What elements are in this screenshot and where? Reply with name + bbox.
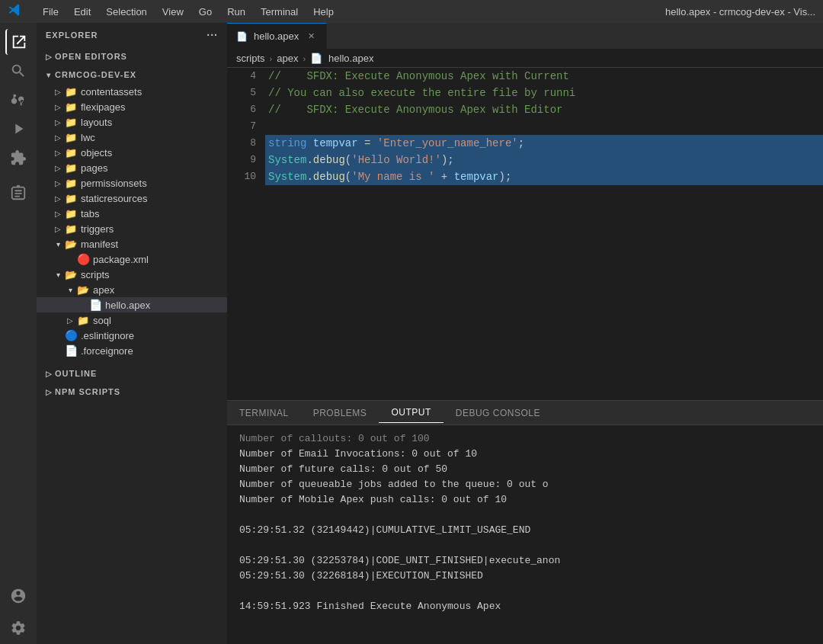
breadcrumb-scripts[interactable]: scripts — [236, 53, 265, 64]
activity-source-control[interactable] — [5, 87, 31, 113]
chevron-icon: ▷ — [52, 101, 64, 113]
list-item[interactable]: ▷ 📁 lwc — [37, 130, 227, 145]
tab-close-button[interactable]: ✕ — [305, 30, 317, 43]
list-item[interactable]: ▷ 📁 layouts — [37, 114, 227, 130]
list-item[interactable]: ▷ 🔵 .eslintignore — [37, 328, 227, 343]
window-title: hello.apex - crmcog-dev-ex - Vis... — [665, 6, 815, 18]
activity-bar — [0, 23, 37, 644]
menu-edit[interactable]: Edit — [68, 5, 97, 19]
terminal-line: 05:29:51.30 (32253784)|CODE_UNIT_FINISHE… — [239, 553, 811, 569]
chevron-icon: ▾ — [64, 284, 76, 296]
line-num: 10 — [227, 168, 265, 185]
vscode-logo — [8, 3, 21, 21]
code-line-7: 7 — [227, 118, 823, 135]
outline-label: OUTLINE — [55, 369, 97, 378]
folder-name: permissionsets — [81, 178, 147, 189]
folder-name: soql — [93, 315, 111, 326]
menu-file[interactable]: File — [37, 5, 65, 19]
file-xml-icon: 🔴 — [76, 254, 90, 264]
list-item[interactable]: ▷ 📁 soql — [37, 312, 227, 328]
terminal-line: 05:29:51.30 (32268184)|EXECUTION_FINISHE… — [239, 569, 811, 584]
menu-terminal[interactable]: Terminal — [255, 5, 304, 19]
list-item[interactable]: ▷ 📁 permissionsets — [37, 175, 227, 191]
file-hello-apex[interactable]: ▷ 📄 hello.apex — [37, 297, 227, 312]
section-open-editors[interactable]: ▷ OPEN EDITORS — [37, 47, 227, 66]
chevron-icon: ▷ — [52, 131, 64, 143]
list-item[interactable]: ▷ 📁 contentassets — [37, 84, 227, 99]
chevron-icon: ▷ — [52, 85, 64, 98]
activity-run-debug[interactable] — [5, 116, 31, 142]
tab-output[interactable]: OUTPUT — [379, 402, 443, 423]
activity-testing[interactable] — [5, 180, 31, 206]
tab-problems[interactable]: PROBLEMS — [301, 403, 379, 423]
list-item[interactable]: ▾ 📂 manifest — [37, 236, 227, 252]
list-item[interactable]: ▷ 📁 staticresources — [37, 191, 227, 206]
terminal-line: 14:59:51.923 Finished Execute Anonymous … — [239, 599, 811, 614]
list-item[interactable]: ▾ 📂 scripts — [37, 267, 227, 282]
file-apex-icon: 📄 — [88, 300, 102, 310]
activity-explorer[interactable] — [5, 29, 31, 55]
folder-icon: 📁 — [64, 86, 78, 97]
list-item[interactable]: ▾ 📂 apex — [37, 282, 227, 297]
breadcrumb-file[interactable]: 📄 hello.apex — [310, 53, 373, 64]
folder-scripts-icon: 📂 — [64, 269, 78, 280]
folder-name: tabs — [81, 208, 100, 219]
list-item[interactable]: ▷ 📁 pages — [37, 160, 227, 175]
list-item[interactable]: ▷ 📁 triggers — [37, 221, 227, 236]
chevron-icon: ▷ — [52, 162, 64, 174]
section-outline[interactable]: ▷ OUTLINE — [37, 364, 227, 383]
menu-view[interactable]: View — [156, 5, 190, 19]
terminal-output[interactable]: Number of callouts: 0 out of 100 Number … — [227, 425, 823, 644]
list-item[interactable]: ▷ 🔴 package.xml — [37, 252, 227, 267]
sidebar-more-button[interactable]: ··· — [207, 29, 218, 41]
sidebar-header: EXPLORER ··· — [37, 23, 227, 47]
chevron-icon: ▷ — [52, 223, 64, 235]
line-content: string tempvar = 'Enter_your_name_here'; — [265, 135, 823, 152]
npm-scripts-label: NPM SCRIPTS — [55, 387, 120, 396]
folder-pages-icon: 📁 — [64, 162, 78, 173]
list-item[interactable]: ▷ 📁 objects — [37, 145, 227, 160]
npm-chevron: ▷ — [43, 386, 55, 398]
folder-icon: 📁 — [64, 147, 78, 158]
menu-help[interactable]: Help — [307, 5, 340, 19]
menu-go[interactable]: Go — [193, 5, 218, 19]
activity-extensions[interactable] — [5, 145, 31, 171]
menu-run[interactable]: Run — [221, 5, 251, 19]
activity-accounts[interactable] — [5, 583, 31, 609]
folder-icon: 📁 — [64, 178, 78, 188]
tab-filename: hello.apex — [254, 30, 299, 42]
project-chevron: ▾ — [43, 69, 55, 81]
activity-search[interactable] — [5, 58, 31, 84]
line-content: // SFDX: Execute Anonymous Apex with Edi… — [265, 101, 823, 118]
menu-selection[interactable]: Selection — [100, 5, 152, 19]
list-item[interactable]: ▷ 📁 flexipages — [37, 99, 227, 114]
breadcrumb-apex[interactable]: apex — [277, 53, 298, 64]
list-item[interactable]: ▷ 📄 .forceignore — [37, 343, 227, 358]
explorer-label: EXPLORER — [46, 30, 98, 40]
chevron-icon: ▾ — [52, 238, 64, 250]
file-eslint-icon: 🔵 — [64, 330, 78, 341]
tab-debug-console[interactable]: DEBUG CONSOLE — [444, 403, 552, 423]
line-num: 6 — [227, 101, 265, 118]
line-num: 5 — [227, 85, 265, 101]
folder-name: flexipages — [81, 101, 126, 113]
tab-hello-apex[interactable]: 📄 hello.apex ✕ — [227, 23, 327, 49]
folder-name: lwc — [81, 132, 95, 143]
terminal-line: Number of queueable jobs added to the qu… — [239, 477, 811, 492]
chevron-icon: ▾ — [52, 268, 64, 280]
terminal-tab-bar: TERMINAL PROBLEMS OUTPUT DEBUG CONSOLE — [227, 401, 823, 425]
tab-terminal[interactable]: TERMINAL — [227, 403, 301, 423]
code-editor[interactable]: 4 // SFDX: Execute Anonymous Apex with C… — [227, 68, 823, 400]
breadcrumb-apex-label: apex — [277, 53, 298, 64]
line-num: 4 — [227, 68, 265, 85]
editor-area: 4 // SFDX: Execute Anonymous Apex with C… — [227, 68, 823, 644]
list-item[interactable]: ▷ 📁 tabs — [37, 206, 227, 221]
folder-name: triggers — [81, 223, 114, 235]
section-npm-scripts[interactable]: ▷ NPM SCRIPTS — [37, 383, 227, 401]
section-project[interactable]: ▾ CRMCOG-DEV-EX — [37, 66, 227, 84]
folder-name: manifest — [81, 239, 118, 250]
folder-name: staticresources — [81, 193, 147, 204]
file-tree: ▷ OPEN EDITORS ▾ CRMCOG-DEV-EX ▷ 📁 conte… — [37, 47, 227, 644]
activity-settings[interactable] — [5, 615, 31, 641]
line-num: 9 — [227, 152, 265, 168]
